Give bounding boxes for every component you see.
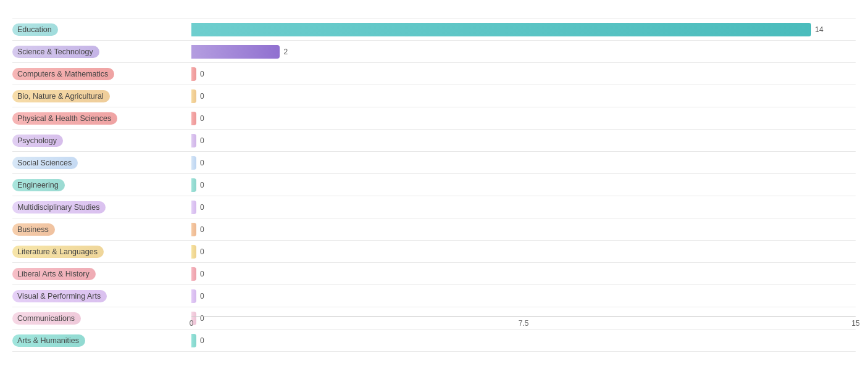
bar-fill xyxy=(191,67,196,81)
bar-label: Science & Technology xyxy=(12,46,99,58)
bar-value-label: 0 xyxy=(200,181,204,189)
bar-value-label: 0 xyxy=(200,159,204,167)
bar-value-label: 0 xyxy=(200,292,204,301)
bars-section: Education14Science & Technology2Computer… xyxy=(12,19,856,316)
bar-value-label: 0 xyxy=(200,336,204,345)
bar-row: Engineering0 xyxy=(12,174,856,196)
bar-value-label: 0 xyxy=(200,114,204,123)
bar-row: Social Sciences0 xyxy=(12,152,856,174)
bar-value-label: 0 xyxy=(200,270,204,278)
bar-label: Education xyxy=(12,23,58,36)
bar-fill xyxy=(191,89,196,103)
bar-row: Computers & Mathematics0 xyxy=(12,63,856,85)
x-axis-tick: 0 xyxy=(190,317,194,328)
bar-label: Social Sciences xyxy=(12,157,78,169)
bar-fill xyxy=(191,45,280,59)
bar-row: Bio, Nature & Agricultural0 xyxy=(12,85,856,107)
bar-fill xyxy=(191,112,196,125)
bar-row: Business0 xyxy=(12,218,856,241)
chart-area: Education14Science & Technology2Computer… xyxy=(12,19,856,334)
bar-label: Multidisciplinary Studies xyxy=(12,201,106,214)
x-axis-tick: 15 xyxy=(851,317,859,328)
bar-fill xyxy=(191,223,196,236)
bar-label: Engineering xyxy=(12,179,65,191)
bar-label: Computers & Mathematics xyxy=(12,68,114,80)
bar-fill xyxy=(191,178,196,192)
bar-fill xyxy=(191,245,196,259)
bar-row: Education14 xyxy=(12,19,856,41)
bar-label: Physical & Health Sciences xyxy=(12,112,117,125)
bar-label: Bio, Nature & Agricultural xyxy=(12,90,110,102)
bar-fill xyxy=(191,201,196,214)
bar-fill xyxy=(191,23,811,36)
bar-fill xyxy=(191,334,196,347)
bar-value-label: 0 xyxy=(200,203,204,212)
bar-label: Psychology xyxy=(12,135,63,147)
bar-fill xyxy=(191,134,196,147)
bar-row: Liberal Arts & History0 xyxy=(12,263,856,285)
bar-label: Arts & Humanities xyxy=(12,334,85,347)
bar-row: Science & Technology2 xyxy=(12,41,856,63)
bar-row: Physical & Health Sciences0 xyxy=(12,107,856,130)
bar-value-label: 0 xyxy=(200,136,204,145)
bar-fill xyxy=(191,289,196,303)
bar-row: Visual & Performing Arts0 xyxy=(12,285,856,307)
x-axis-tick: 7.5 xyxy=(519,317,529,328)
bar-label: Communications xyxy=(12,312,81,325)
bar-row: Multidisciplinary Studies0 xyxy=(12,196,856,218)
x-axis: 07.515 xyxy=(191,316,856,334)
bar-value-label: 0 xyxy=(200,247,204,256)
bar-label: Liberal Arts & History xyxy=(12,268,96,280)
bar-value-label: 0 xyxy=(200,225,204,234)
bar-label: Literature & Languages xyxy=(12,246,104,258)
bar-value-label: 0 xyxy=(200,70,204,78)
bar-row: Psychology0 xyxy=(12,130,856,152)
bar-label: Visual & Performing Arts xyxy=(12,290,107,302)
bar-value-label: 0 xyxy=(200,92,204,101)
bar-label: Business xyxy=(12,223,55,236)
bar-value-label: 14 xyxy=(815,25,823,34)
chart-container: Education14Science & Technology2Computer… xyxy=(0,0,868,390)
bar-value-label: 2 xyxy=(283,48,288,56)
bar-fill xyxy=(191,156,196,170)
bar-row: Literature & Languages0 xyxy=(12,241,856,263)
bar-fill xyxy=(191,267,196,281)
